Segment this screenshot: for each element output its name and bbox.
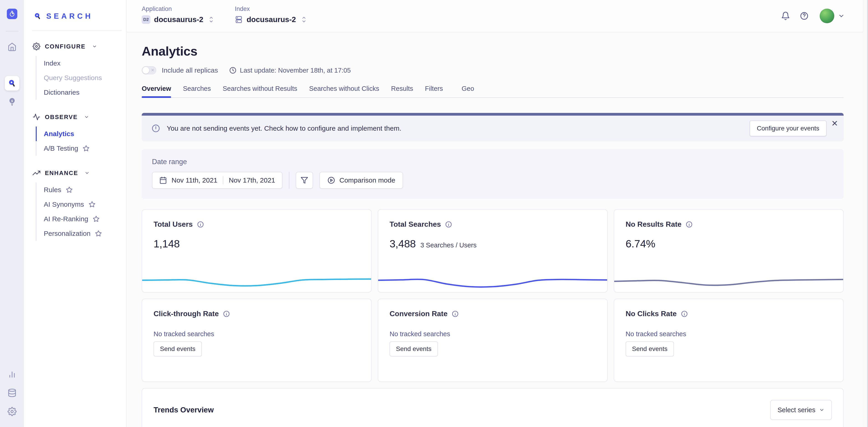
home-icon[interactable] xyxy=(7,42,17,52)
play-circle-icon xyxy=(327,176,335,184)
sidebar-item-index[interactable]: Index xyxy=(36,56,126,71)
date-range-picker[interactable]: Nov 11th, 2021 Nov 17th, 2021 xyxy=(152,172,282,189)
section-header-configure[interactable]: CONFIGURE xyxy=(24,40,126,53)
scrollbar[interactable] xyxy=(863,0,868,427)
comparison-mode-label: Comparison mode xyxy=(339,176,395,184)
sidebar-item-label: Query Suggestions xyxy=(44,74,102,82)
card-title: Total Users xyxy=(154,220,193,229)
tab-results[interactable]: Results xyxy=(391,85,413,97)
info-icon[interactable] xyxy=(197,221,204,228)
icon-rail xyxy=(0,0,24,427)
gear-icon[interactable] xyxy=(7,407,17,416)
date-start: Nov 11th, 2021 xyxy=(172,176,217,184)
chevron-down-icon xyxy=(92,44,97,49)
bell-icon[interactable] xyxy=(781,11,790,21)
star-icon[interactable] xyxy=(66,187,73,193)
index-select[interactable]: docusaurus-2 xyxy=(235,15,307,24)
last-update-text: Last update: November 18th, at 17:05 xyxy=(240,67,351,74)
timer-icon xyxy=(9,10,16,17)
star-icon[interactable] xyxy=(93,216,99,222)
card-no-results-rate: No Results Rate 6.74% xyxy=(614,209,844,293)
tab-geo[interactable]: Geo xyxy=(462,85,474,97)
section-header-observe[interactable]: OBSERVE xyxy=(24,110,126,123)
tab-searches[interactable]: Searches xyxy=(183,85,211,97)
sidebar-item-label: A/B Testing xyxy=(44,144,78,152)
sidebar-item-label: Rules xyxy=(44,186,61,194)
sidebar-item-label: Personalization xyxy=(44,230,90,237)
info-icon[interactable] xyxy=(445,221,452,228)
application-select[interactable]: D2 docusaurus-2 xyxy=(142,15,214,24)
index-stack-icon xyxy=(235,15,243,24)
sidebar-item-label: Dictionaries xyxy=(44,89,80,96)
activity-icon xyxy=(33,113,40,121)
chevron-down-icon xyxy=(84,114,89,120)
help-icon[interactable] xyxy=(800,11,809,21)
sidebar-item-personalization[interactable]: Personalization xyxy=(36,226,126,241)
comparison-mode-button[interactable]: Comparison mode xyxy=(319,172,403,189)
avatar[interactable] xyxy=(820,9,834,23)
search-product-button[interactable] xyxy=(5,76,19,91)
star-icon[interactable] xyxy=(95,230,102,237)
configure-events-button[interactable]: Configure your events xyxy=(749,121,827,136)
card-total-users: Total Users 1,148 xyxy=(142,209,372,293)
tab-overview[interactable]: Overview xyxy=(142,85,171,97)
date-range-panel: Date range Nov 11th, 2021 Nov 17th, 2021 xyxy=(142,149,844,199)
chevron-down-icon[interactable] xyxy=(838,12,845,19)
filter-button[interactable] xyxy=(296,172,313,189)
database-icon[interactable] xyxy=(7,388,17,397)
sidebar-item-dictionaries[interactable]: Dictionaries xyxy=(36,85,126,100)
card-title: No Clicks Rate xyxy=(626,309,677,318)
star-icon[interactable] xyxy=(89,201,95,208)
info-icon[interactable] xyxy=(685,221,693,228)
sidebar-item-ai-synonyms[interactable]: AI Synonyms xyxy=(36,197,126,212)
tab-filters[interactable]: Filters xyxy=(425,85,443,97)
application-badge: D2 xyxy=(142,15,150,24)
info-icon[interactable] xyxy=(452,310,459,318)
sidebar-item-query-suggestions[interactable]: Query Suggestions xyxy=(36,71,126,85)
empty-state-text: No tracked searches xyxy=(154,330,360,338)
rail-divider xyxy=(6,31,19,31)
main-content: Analytics × Include all replicas Last up… xyxy=(127,33,863,427)
select-series-button[interactable]: Select series xyxy=(770,400,832,420)
send-events-button[interactable]: Send events xyxy=(390,341,438,356)
sparkline-chart xyxy=(614,273,843,289)
card-value: 1,148 xyxy=(154,238,180,250)
tab-searches-without-clicks[interactable]: Searches without Clicks xyxy=(309,85,379,97)
sidebar-item-rules[interactable]: Rules xyxy=(36,183,126,197)
nav-section-enhance: ENHANCE Rules AI Synonyms AI Re-Ranking … xyxy=(24,167,126,241)
sidebar-item-ai-re-ranking[interactable]: AI Re-Ranking xyxy=(36,212,126,226)
card-title: Click-through Rate xyxy=(154,309,219,318)
product-logo: SEARCH xyxy=(24,0,126,21)
card-title: Total Searches xyxy=(390,220,441,229)
calendar-icon xyxy=(159,176,167,184)
close-icon[interactable]: × xyxy=(832,118,838,128)
bar-chart-icon[interactable] xyxy=(7,370,17,379)
controls-divider xyxy=(289,172,289,189)
analytics-tabs: Overview Searches Searches without Resul… xyxy=(142,85,844,98)
sidebar-item-analytics[interactable]: Analytics xyxy=(36,127,126,141)
metric-cards-row-2: Click-through Rate No tracked searches S… xyxy=(142,299,844,382)
star-icon[interactable] xyxy=(83,145,90,152)
card-total-searches: Total Searches 3,488 3 Searches / Users xyxy=(378,209,608,293)
date-range-controls: Nov 11th, 2021 Nov 17th, 2021 Comparison… xyxy=(152,172,833,189)
info-icon[interactable] xyxy=(681,310,688,318)
alert-circle-icon xyxy=(151,124,160,133)
section-label: CONFIGURE xyxy=(45,43,86,50)
search-logo-icon xyxy=(33,12,42,20)
trial-timer-button[interactable] xyxy=(7,9,17,19)
clock-icon xyxy=(229,66,237,74)
send-events-button[interactable]: Send events xyxy=(626,341,674,356)
sidebar-item-label: Analytics xyxy=(44,130,74,138)
sidebar-item-ab-testing[interactable]: A/B Testing xyxy=(36,141,126,156)
page-title: Analytics xyxy=(142,44,844,59)
include-replicas-toggle[interactable]: × xyxy=(142,66,156,74)
metric-cards-row-1: Total Users 1,148 Total Searches xyxy=(142,209,844,293)
section-header-enhance[interactable]: ENHANCE xyxy=(24,167,126,179)
send-events-button[interactable]: Send events xyxy=(154,341,202,356)
lightbulb-icon[interactable] xyxy=(7,97,17,106)
trends-overview-card: Trends Overview Select series xyxy=(142,388,844,427)
top-bar: Application D2 docusaurus-2 Index docusa… xyxy=(127,0,863,32)
tab-searches-without-results[interactable]: Searches without Results xyxy=(223,85,297,97)
info-icon[interactable] xyxy=(223,310,230,318)
sparkline-chart xyxy=(378,273,607,289)
